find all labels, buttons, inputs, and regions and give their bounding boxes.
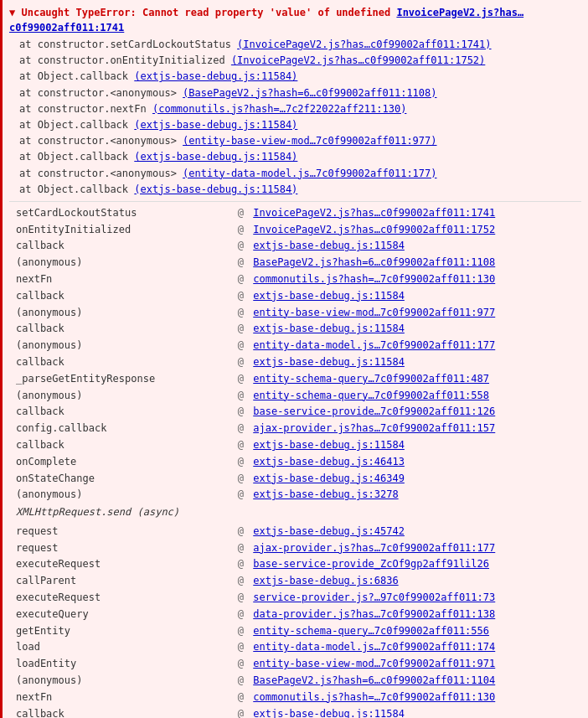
stack-line: at constructor.<anonymous> (entity-data-… [9,166,581,182]
trace-fn: load [9,639,235,656]
trace-row: (anonymous) @ entity-data-model.js…7c0f9… [9,338,581,354]
trace-fn: request [9,524,235,540]
trace-row: callback @ extjs-base-debug.js:11584 [9,354,581,371]
trace-link[interactable]: entity-base-view-mod…7c0f99002aff011:971 [253,658,495,669]
trace-at: @ [235,471,251,488]
trace-row: nextFn @ commonutils.js?hash=…7c0f99002a… [9,690,581,706]
trace-link[interactable]: InvoicePageV2.js?has…c0f99002aff011:1752 [253,224,495,235]
trace-link[interactable]: commonutils.js?hash=…7c0f99002aff011:130 [253,273,495,285]
trace-link[interactable]: BasePageV2.js?hash=6…c0f99002aff011:1104 [253,674,495,686]
trace-link[interactable]: commonutils.js?hash=…7c0f99002aff011:130 [253,691,495,703]
trace-fn: nextFn [9,271,235,288]
trace-link[interactable]: BasePageV2.js?hash=6…c0f99002aff011:1108 [253,256,495,268]
stack-line: at constructor.<anonymous> (entity-base-… [9,133,581,149]
trace-link[interactable]: extjs-base-debug.js:3278 [253,488,398,500]
paren-link[interactable]: (extjs-base-debug.js:11584) [134,70,297,82]
trace-link[interactable]: extjs-base-debug.js:6836 [253,575,398,586]
trace-row: (anonymous) @ entity-schema-query…7c0f99… [9,388,581,405]
paren-link[interactable]: (InvoicePageV2.js?has…c0f99002aff011:174… [237,39,491,50]
stack-line: at Object.callback (extjs-base-debug.js:… [9,182,581,198]
trace-fn: callback [9,321,235,338]
trace-fn: (anonymous) [9,487,235,504]
fn-name: Object.callback [38,119,135,131]
trace-link[interactable]: extjs-base-debug.js:46349 [253,473,405,484]
trace-link[interactable]: data-provider.js?has…7c0f99002aff011:138 [253,608,495,620]
trace-link[interactable]: extjs-base-debug.js:46413 [253,456,405,467]
trace-row: (anonymous) @ entity-base-view-mod…7c0f9… [9,305,581,322]
trace-fn: (anonymous) [9,305,235,322]
trace-link[interactable]: extjs-base-debug.js:11584 [253,323,405,334]
trace-link[interactable]: entity-data-model.js…7c0f99002aff011:174 [253,641,495,653]
at-label: at [19,151,38,163]
paren-link[interactable]: (entity-base-view-mod…7c0f99002aff011:97… [183,135,436,147]
trace-link[interactable]: extjs-base-debug.js:11584 [253,708,405,718]
trace-fn: getEntity [9,623,235,640]
trace-fn: nextFn [9,690,235,706]
trace-fn: setCardLockoutStatus [9,205,235,222]
paren-link[interactable]: (commonutils.js?hash=…7c2f22022aff211:13… [152,103,406,115]
trace-row: nextFn @ commonutils.js?hash=…7c0f99002a… [9,271,581,288]
trace-link[interactable]: base-service-provide…7c0f99002aff011:126 [253,405,495,417]
trace-link[interactable]: ajax-provider.js?has…7c0f99002aff011:177 [253,542,495,554]
paren-link[interactable]: (extjs-base-debug.js:11584) [134,119,297,131]
trace-row: request @ ajax-provider.js?has…7c0f99002… [9,540,581,557]
trace-table-2: request @ extjs-base-debug.js:45742 requ… [9,524,581,718]
trace-link[interactable]: entity-data-model.js…7c0f99002aff011:177 [253,339,495,351]
trace-link[interactable]: entity-base-view-mod…7c0f99002aff011:977 [253,307,495,318]
trace-row: getEntity @ entity-schema-query…7c0f9900… [9,623,581,640]
trace-link[interactable]: entity-schema-query…7c0f99002aff011:558 [253,390,489,401]
trace-row: load @ entity-data-model.js…7c0f99002aff… [9,639,581,656]
at-label: at [19,39,38,50]
stack-line: at constructor.onEntityInitialized (Invo… [9,53,581,69]
paren-link[interactable]: (extjs-base-debug.js:11584) [134,151,297,163]
trace-row: callParent @ extjs-base-debug.js:6836 [9,573,581,590]
trace-link[interactable]: entity-schema-query…7c0f99002aff011:556 [253,625,489,637]
fn-name: constructor.<anonymous> [38,168,183,179]
paren-link[interactable]: (extjs-base-debug.js:11584) [134,183,297,195]
trace-at: @ [235,321,251,338]
stack-line: at constructor.<anonymous> (BasePageV2.j… [9,85,581,101]
trace-fn: request [9,540,235,557]
trace-link[interactable]: ajax-provider.js?has…7c0f99002aff011:157 [253,422,495,434]
fn-name: constructor.nextFn [38,103,152,115]
trace-row: setCardLockoutStatus @ InvoicePageV2.js?… [9,205,581,222]
trace-at: @ [235,371,251,388]
paren-link[interactable]: (entity-data-model.js…7c0f99002aff011:17… [183,168,436,179]
async-marker-1: XMLHttpRequest.send (async) [9,504,581,522]
fn-name: Object.callback [38,70,135,82]
trace-at: @ [235,656,251,673]
trace-link[interactable]: extjs-base-debug.js:11584 [253,240,405,251]
trace-fn: executeRequest [9,556,235,573]
trace-link[interactable]: service-provider.js?…97c0f99002aff011:73 [253,591,495,603]
trace-link[interactable]: extjs-base-debug.js:45742 [253,525,405,537]
paren-link[interactable]: (BasePageV2.js?hash=6…c0f99002aff011:110… [183,87,436,99]
trace-fn: _parseGetEntityResponse [9,371,235,388]
trace-at: @ [235,305,251,322]
trace-row: callback @ extjs-base-debug.js:11584 [9,238,581,255]
fn-name: constructor.setCardLockoutStatus [38,39,237,50]
trace-fn: (anonymous) [9,388,235,405]
fn-name: constructor.<anonymous> [38,87,183,99]
trace-fn: loadEntity [9,656,235,673]
fn-name: constructor.<anonymous> [38,135,183,147]
section-divider [9,201,581,202]
stack-line: at Object.callback (extjs-base-debug.js:… [9,69,581,85]
trace-link[interactable]: extjs-base-debug.js:11584 [253,439,405,451]
trace-link[interactable]: extjs-base-debug.js:11584 [253,290,405,302]
paren-link[interactable]: (InvoicePageV2.js?has…c0f99002aff011:175… [231,54,485,66]
error-type: Uncaught TypeError: Cannot read property… [21,7,396,18]
trace-link[interactable]: extjs-base-debug.js:11584 [253,356,405,368]
header-stack: at constructor.setCardLockoutStatus (Inv… [9,37,581,198]
trace-at: @ [235,673,251,690]
trace-at: @ [235,222,251,239]
trace-at: @ [235,205,251,222]
trace-link[interactable]: InvoicePageV2.js?has…c0f99002aff011:1741 [253,207,495,219]
trace-at: @ [235,607,251,623]
trace-row: callback @ extjs-base-debug.js:11584 [9,288,581,305]
trace-at: @ [235,454,251,471]
trace-link[interactable]: entity-schema-query…7c0f99002aff011:487 [253,373,489,385]
trace-row: (anonymous) @ extjs-base-debug.js:3278 [9,487,581,504]
trace-link[interactable]: base-service-provide_ZcOf9gp2aff91lil26 [253,558,489,570]
trace-fn: onComplete [9,454,235,471]
error-header: ▼ Uncaught TypeError: Cannot read proper… [9,5,581,35]
